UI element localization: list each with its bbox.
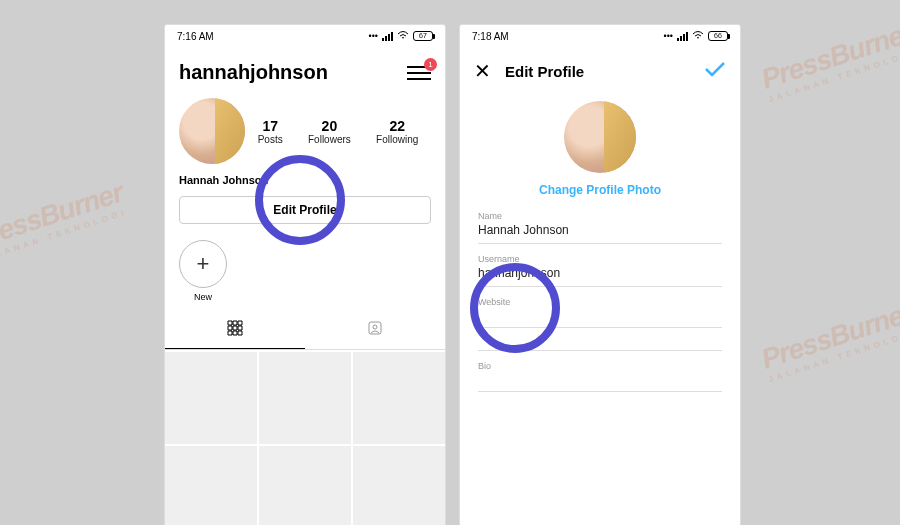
bio-field[interactable]: Bio [478, 351, 722, 392]
field-value [478, 307, 722, 321]
check-icon [704, 60, 726, 78]
post-grid [165, 350, 445, 525]
field-value [478, 371, 722, 385]
status-bar: 7:16 AM ••• 67 [165, 25, 445, 47]
grid-icon [227, 320, 243, 336]
edit-profile-screen: 7:18 AM ••• 66 ✕ Edit Profile Change Pro… [460, 25, 740, 525]
notification-badge: 1 [424, 58, 437, 71]
edit-profile-button[interactable]: Edit Profile [179, 196, 431, 224]
wifi-icon [692, 31, 704, 42]
cell-dots: ••• [369, 31, 378, 41]
website-field[interactable]: Website [478, 287, 722, 328]
svg-rect-0 [369, 322, 381, 334]
cell-dots: ••• [664, 31, 673, 41]
battery-icon: 67 [413, 31, 433, 41]
profile-screen: 7:16 AM ••• 67 hannahjohnson 1 17Posts 2… [165, 25, 445, 525]
stat-following[interactable]: 22Following [376, 118, 418, 145]
grid-cell[interactable] [165, 352, 257, 444]
clock: 7:18 AM [472, 31, 509, 42]
grid-cell[interactable] [259, 352, 351, 444]
watermark: PressBurnerJALANAN TEKNOLOGI [0, 177, 130, 265]
field-label: Bio [478, 361, 722, 371]
close-button[interactable]: ✕ [474, 59, 491, 83]
grid-cell[interactable] [353, 446, 445, 525]
tagged-icon [367, 320, 383, 336]
field-value: hannahjohnson [478, 264, 722, 280]
change-photo-link[interactable]: Change Profile Photo [539, 183, 661, 197]
signal-icon [382, 32, 393, 41]
new-highlight-label: New [179, 292, 227, 302]
stat-followers[interactable]: 20Followers [308, 118, 351, 145]
avatar[interactable] [179, 98, 245, 164]
watermark: PressBurnerJALANAN TEKNOLOGI [758, 17, 900, 105]
clock: 7:16 AM [177, 31, 214, 42]
grid-cell[interactable] [259, 446, 351, 525]
tab-grid[interactable] [165, 312, 305, 349]
display-name: Hannah Johnson [165, 172, 445, 188]
confirm-button[interactable] [704, 60, 726, 83]
status-bar: 7:18 AM ••• 66 [460, 25, 740, 47]
svg-point-1 [373, 325, 377, 329]
field-label: Website [478, 297, 722, 307]
grid-cell[interactable] [165, 446, 257, 525]
signal-icon [677, 32, 688, 41]
page-title: Edit Profile [505, 63, 584, 80]
battery-icon: 66 [708, 31, 728, 41]
name-field[interactable]: Name Hannah Johnson [478, 201, 722, 244]
field-value: Hannah Johnson [478, 221, 722, 237]
new-highlight-button[interactable]: + [179, 240, 227, 288]
username-field[interactable]: Username hannahjohnson [478, 244, 722, 287]
stat-posts[interactable]: 17Posts [258, 118, 283, 145]
field-label: Username [478, 254, 722, 264]
grid-cell[interactable] [353, 352, 445, 444]
watermark: PressBurnerJALANAN TEKNOLOGI [758, 297, 900, 385]
wifi-icon [397, 31, 409, 42]
field-label: Name [478, 211, 722, 221]
avatar[interactable] [564, 101, 636, 173]
menu-button[interactable]: 1 [407, 64, 431, 82]
profile-username[interactable]: hannahjohnson [179, 61, 328, 84]
tab-tagged[interactable] [305, 312, 445, 349]
